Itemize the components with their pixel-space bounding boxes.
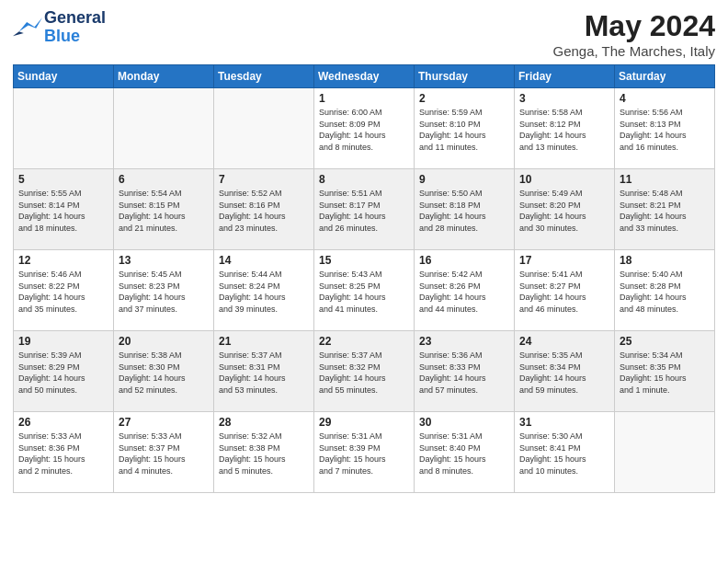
calendar-day-cell: 2Sunrise: 5:59 AM Sunset: 8:10 PM Daylig…	[415, 88, 515, 169]
calendar-week-row: 19Sunrise: 5:39 AM Sunset: 8:29 PM Dayli…	[14, 331, 715, 412]
calendar-day-cell: 5Sunrise: 5:55 AM Sunset: 8:14 PM Daylig…	[14, 169, 114, 250]
day-number: 9	[419, 173, 509, 186]
calendar-day-cell: 8Sunrise: 5:51 AM Sunset: 8:17 PM Daylig…	[314, 169, 415, 250]
day-number: 12	[18, 254, 108, 267]
day-number: 23	[419, 335, 509, 348]
day-info: Sunrise: 5:54 AM Sunset: 8:15 PM Dayligh…	[119, 188, 209, 234]
day-info: Sunrise: 5:40 AM Sunset: 8:28 PM Dayligh…	[620, 269, 710, 315]
day-info: Sunrise: 5:55 AM Sunset: 8:14 PM Dayligh…	[18, 188, 108, 234]
day-info: Sunrise: 5:37 AM Sunset: 8:31 PM Dayligh…	[219, 350, 309, 396]
calendar: Sunday Monday Tuesday Wednesday Thursday…	[13, 64, 715, 493]
day-number: 5	[18, 173, 108, 186]
day-info: Sunrise: 5:43 AM Sunset: 8:25 PM Dayligh…	[319, 269, 409, 315]
header-tuesday: Tuesday	[214, 65, 314, 88]
calendar-day-cell: 12Sunrise: 5:46 AM Sunset: 8:22 PM Dayli…	[14, 250, 114, 331]
day-number: 11	[620, 173, 710, 186]
svg-marker-1	[13, 31, 24, 36]
month-year: May 2024	[553, 9, 715, 43]
day-info: Sunrise: 5:56 AM Sunset: 8:13 PM Dayligh…	[620, 107, 710, 153]
calendar-day-cell: 3Sunrise: 5:58 AM Sunset: 8:12 PM Daylig…	[515, 88, 615, 169]
day-info: Sunrise: 5:45 AM Sunset: 8:23 PM Dayligh…	[119, 269, 209, 315]
weekday-header-row: Sunday Monday Tuesday Wednesday Thursday…	[14, 65, 715, 88]
day-info: Sunrise: 6:00 AM Sunset: 8:09 PM Dayligh…	[319, 107, 409, 153]
header-wednesday: Wednesday	[314, 65, 415, 88]
day-number: 30	[419, 416, 509, 429]
calendar-day-cell: 22Sunrise: 5:37 AM Sunset: 8:32 PM Dayli…	[314, 331, 415, 412]
logo-icon	[13, 15, 42, 40]
day-number: 31	[519, 416, 609, 429]
day-info: Sunrise: 5:39 AM Sunset: 8:29 PM Dayligh…	[18, 350, 108, 396]
calendar-day-cell: 16Sunrise: 5:42 AM Sunset: 8:26 PM Dayli…	[415, 250, 515, 331]
header-monday: Monday	[114, 65, 214, 88]
day-number: 18	[620, 254, 710, 267]
header: General Blue May 2024 Genga, The Marches…	[13, 9, 715, 59]
day-info: Sunrise: 5:41 AM Sunset: 8:27 PM Dayligh…	[519, 269, 609, 315]
calendar-day-cell	[615, 412, 715, 493]
calendar-day-cell: 23Sunrise: 5:36 AM Sunset: 8:33 PM Dayli…	[415, 331, 515, 412]
calendar-day-cell: 1Sunrise: 6:00 AM Sunset: 8:09 PM Daylig…	[314, 88, 415, 169]
calendar-day-cell: 4Sunrise: 5:56 AM Sunset: 8:13 PM Daylig…	[615, 88, 715, 169]
day-info: Sunrise: 5:32 AM Sunset: 8:38 PM Dayligh…	[219, 431, 309, 477]
day-info: Sunrise: 5:46 AM Sunset: 8:22 PM Dayligh…	[18, 269, 108, 315]
day-info: Sunrise: 5:31 AM Sunset: 8:40 PM Dayligh…	[419, 431, 509, 477]
day-number: 19	[18, 335, 108, 348]
day-number: 15	[319, 254, 409, 267]
calendar-day-cell: 10Sunrise: 5:49 AM Sunset: 8:20 PM Dayli…	[515, 169, 615, 250]
day-info: Sunrise: 5:58 AM Sunset: 8:12 PM Dayligh…	[519, 107, 609, 153]
day-info: Sunrise: 5:31 AM Sunset: 8:39 PM Dayligh…	[319, 431, 409, 477]
calendar-day-cell: 30Sunrise: 5:31 AM Sunset: 8:40 PM Dayli…	[415, 412, 515, 493]
day-info: Sunrise: 5:33 AM Sunset: 8:37 PM Dayligh…	[119, 431, 209, 477]
calendar-day-cell: 19Sunrise: 5:39 AM Sunset: 8:29 PM Dayli…	[14, 331, 114, 412]
day-number: 8	[319, 173, 409, 186]
calendar-day-cell: 9Sunrise: 5:50 AM Sunset: 8:18 PM Daylig…	[415, 169, 515, 250]
logo-text-blue: Blue	[44, 28, 106, 46]
calendar-day-cell: 11Sunrise: 5:48 AM Sunset: 8:21 PM Dayli…	[615, 169, 715, 250]
logo-text-general: General	[44, 9, 106, 28]
day-number: 3	[519, 92, 609, 105]
day-number: 7	[219, 173, 309, 186]
calendar-day-cell: 29Sunrise: 5:31 AM Sunset: 8:39 PM Dayli…	[314, 412, 415, 493]
day-info: Sunrise: 5:59 AM Sunset: 8:10 PM Dayligh…	[419, 107, 509, 153]
calendar-day-cell: 25Sunrise: 5:34 AM Sunset: 8:35 PM Dayli…	[615, 331, 715, 412]
day-number: 28	[219, 416, 309, 429]
calendar-week-row: 26Sunrise: 5:33 AM Sunset: 8:36 PM Dayli…	[14, 412, 715, 493]
day-info: Sunrise: 5:50 AM Sunset: 8:18 PM Dayligh…	[419, 188, 509, 234]
calendar-day-cell: 24Sunrise: 5:35 AM Sunset: 8:34 PM Dayli…	[515, 331, 615, 412]
day-info: Sunrise: 5:38 AM Sunset: 8:30 PM Dayligh…	[119, 350, 209, 396]
day-number: 26	[18, 416, 108, 429]
day-info: Sunrise: 5:49 AM Sunset: 8:20 PM Dayligh…	[519, 188, 609, 234]
day-number: 25	[620, 335, 710, 348]
day-info: Sunrise: 5:34 AM Sunset: 8:35 PM Dayligh…	[620, 350, 710, 396]
day-info: Sunrise: 5:35 AM Sunset: 8:34 PM Dayligh…	[519, 350, 609, 396]
day-number: 13	[119, 254, 209, 267]
day-number: 29	[319, 416, 409, 429]
day-number: 17	[519, 254, 609, 267]
header-sunday: Sunday	[14, 65, 114, 88]
calendar-day-cell	[214, 88, 314, 169]
day-info: Sunrise: 5:44 AM Sunset: 8:24 PM Dayligh…	[219, 269, 309, 315]
day-number: 10	[519, 173, 609, 186]
day-info: Sunrise: 5:48 AM Sunset: 8:21 PM Dayligh…	[620, 188, 710, 234]
day-number: 27	[119, 416, 209, 429]
day-number: 2	[419, 92, 509, 105]
calendar-day-cell: 13Sunrise: 5:45 AM Sunset: 8:23 PM Dayli…	[114, 250, 214, 331]
calendar-day-cell: 27Sunrise: 5:33 AM Sunset: 8:37 PM Dayli…	[114, 412, 214, 493]
day-number: 22	[319, 335, 409, 348]
location: Genga, The Marches, Italy	[553, 43, 715, 59]
day-number: 21	[219, 335, 309, 348]
calendar-day-cell: 26Sunrise: 5:33 AM Sunset: 8:36 PM Dayli…	[14, 412, 114, 493]
day-info: Sunrise: 5:37 AM Sunset: 8:32 PM Dayligh…	[319, 350, 409, 396]
header-friday: Friday	[515, 65, 615, 88]
calendar-week-row: 5Sunrise: 5:55 AM Sunset: 8:14 PM Daylig…	[14, 169, 715, 250]
title-section: May 2024 Genga, The Marches, Italy	[553, 9, 715, 59]
day-info: Sunrise: 5:52 AM Sunset: 8:16 PM Dayligh…	[219, 188, 309, 234]
calendar-day-cell	[14, 88, 114, 169]
logo: General Blue	[13, 9, 106, 46]
calendar-day-cell: 28Sunrise: 5:32 AM Sunset: 8:38 PM Dayli…	[214, 412, 314, 493]
calendar-week-row: 12Sunrise: 5:46 AM Sunset: 8:22 PM Dayli…	[14, 250, 715, 331]
svg-marker-0	[19, 17, 42, 31]
day-number: 1	[319, 92, 409, 105]
calendar-day-cell	[114, 88, 214, 169]
day-number: 6	[119, 173, 209, 186]
calendar-day-cell: 20Sunrise: 5:38 AM Sunset: 8:30 PM Dayli…	[114, 331, 214, 412]
